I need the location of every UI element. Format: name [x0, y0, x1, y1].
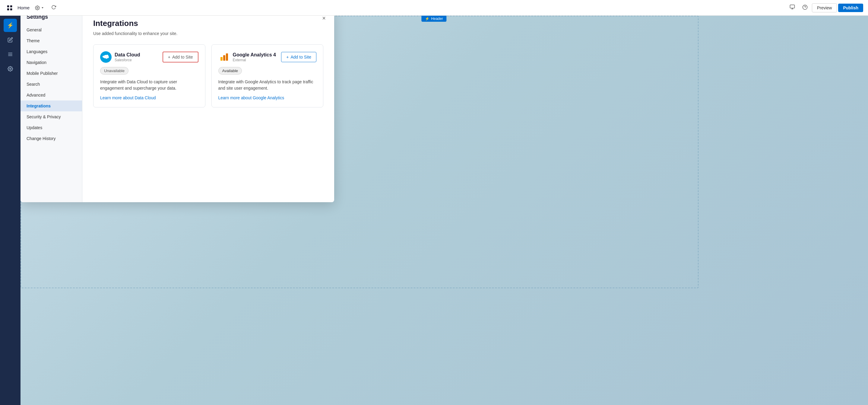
gear-button[interactable]	[33, 4, 46, 11]
svg-rect-0	[7, 5, 9, 7]
chevron-down-icon	[41, 6, 44, 9]
monitor-button[interactable]	[786, 2, 798, 13]
topbar: Home	[0, 0, 868, 16]
publish-button[interactable]: Publish	[838, 4, 863, 12]
topbar-left: Home	[5, 3, 783, 13]
svg-rect-2	[7, 8, 9, 10]
svg-rect-5	[790, 5, 795, 8]
refresh-button[interactable]	[50, 3, 58, 13]
topbar-right: Preview Publish	[786, 2, 863, 13]
svg-rect-3	[10, 8, 12, 10]
svg-point-4	[37, 7, 38, 8]
svg-rect-1	[10, 5, 12, 7]
help-button[interactable]	[799, 3, 811, 13]
home-label: Home	[18, 5, 30, 10]
preview-button[interactable]: Preview	[812, 3, 837, 12]
grid-icon[interactable]	[5, 3, 14, 13]
